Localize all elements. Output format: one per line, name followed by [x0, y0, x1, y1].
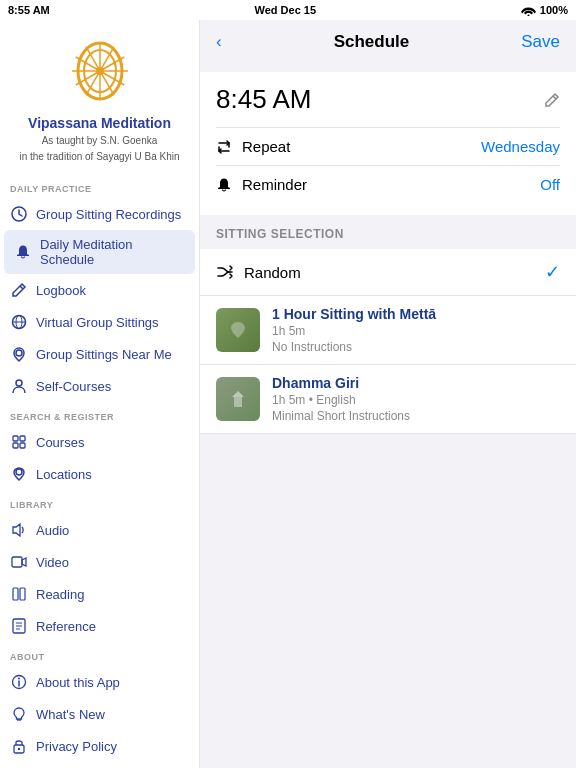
sidebar-item-group-sitting[interactable]: Group Sitting Recordings — [0, 198, 199, 230]
random-row[interactable]: Random ✓ — [200, 249, 576, 296]
time-display[interactable]: 8:45 AM — [216, 84, 311, 115]
sidebar-label-group-sitting: Group Sitting Recordings — [36, 207, 181, 222]
status-bar: 8:55 AM Wed Dec 15 100% — [0, 0, 576, 20]
sidebar-label-whats-new: What's New — [36, 707, 105, 722]
reminder-label: Reminder — [242, 176, 307, 193]
doc-icon — [10, 617, 28, 635]
speaker-icon — [10, 521, 28, 539]
sidebar-label-daily-meditation: Daily Meditation Schedule — [40, 237, 185, 267]
nav-bar: ‹ Schedule Save — [200, 20, 576, 64]
sitting-thumb-dhamma-giri — [216, 377, 260, 421]
nav-title: Schedule — [334, 32, 410, 52]
sidebar-label-privacy: Privacy Policy — [36, 739, 117, 754]
reminder-row[interactable]: Reminder Off — [216, 165, 560, 203]
save-button[interactable]: Save — [521, 32, 560, 52]
sitting-thumb-metta — [216, 308, 260, 352]
sidebar-label-self-courses: Self-Courses — [36, 379, 111, 394]
svg-rect-18 — [20, 436, 25, 441]
sitting-item-metta[interactable]: 1 Hour Sitting with Mettā 1h 5m No Instr… — [200, 296, 576, 365]
repeat-value: Wednesday — [481, 138, 560, 155]
sidebar-label-video: Video — [36, 555, 69, 570]
svg-rect-17 — [13, 436, 18, 441]
svg-rect-20 — [20, 443, 25, 448]
sitting-item-dhamma-giri[interactable]: Dhamma Giri 1h 5m • English Minimal Shor… — [200, 365, 576, 434]
reminder-value: Off — [540, 176, 560, 193]
repeat-label: Repeat — [242, 138, 290, 155]
wifi-icon — [521, 5, 536, 16]
sidebar-item-reference[interactable]: Reference — [0, 610, 199, 642]
lock-icon — [10, 737, 28, 755]
sidebar-label-courses: Courses — [36, 435, 84, 450]
sidebar-item-privacy[interactable]: Privacy Policy — [0, 730, 199, 762]
random-checkmark: ✓ — [545, 261, 560, 283]
location-icon — [10, 345, 28, 363]
sidebar-item-reading[interactable]: Reading — [0, 578, 199, 610]
random-left: Random — [216, 263, 301, 281]
sidebar-item-virtual-sittings[interactable]: Virtual Group Sittings — [0, 306, 199, 338]
sidebar-item-about-app[interactable]: About this App — [0, 666, 199, 698]
dharma-wheel-logo — [70, 36, 130, 106]
section-label-about: ABOUT — [0, 642, 199, 666]
sidebar-item-courses[interactable]: Courses — [0, 426, 199, 458]
app-subtitle1: As taught by S.N. Goenka — [10, 134, 189, 148]
repeat-row[interactable]: Repeat Wednesday — [216, 127, 560, 165]
sidebar-label-logbook: Logbook — [36, 283, 86, 298]
sidebar-label-audio: Audio — [36, 523, 69, 538]
svg-rect-19 — [13, 443, 18, 448]
svg-point-21 — [16, 469, 22, 475]
random-label: Random — [244, 264, 301, 281]
sidebar-label-about-app: About this App — [36, 675, 120, 690]
video-icon — [10, 553, 28, 571]
svg-point-36 — [18, 748, 20, 750]
sitting-meta1-metta: 1h 5m — [272, 324, 560, 338]
sidebar-item-audio[interactable]: Audio — [0, 514, 199, 546]
svg-line-40 — [553, 96, 556, 99]
grid-icon — [10, 433, 28, 451]
repeat-icon — [216, 139, 232, 155]
svg-point-16 — [16, 380, 22, 386]
bell-icon — [14, 243, 32, 261]
back-button[interactable]: ‹ — [216, 32, 222, 52]
svg-rect-26 — [20, 588, 25, 600]
sidebar-item-video[interactable]: Video — [0, 546, 199, 578]
section-label-search: SEARCH & REGISTER — [0, 402, 199, 426]
app-title: Vipassana Meditation — [10, 114, 189, 132]
bulb-icon — [10, 705, 28, 723]
sidebar-item-daily-meditation[interactable]: Daily Meditation Schedule — [4, 230, 195, 274]
repeat-left: Repeat — [216, 138, 290, 155]
svg-point-33 — [18, 678, 20, 680]
sitting-info-dhamma-giri: Dhamma Giri 1h 5m • English Minimal Shor… — [272, 375, 560, 423]
sitting-meta1-dhamma-giri: 1h 5m • English — [272, 393, 560, 407]
clock-icon — [10, 205, 28, 223]
section-label-library: LIBRARY — [0, 490, 199, 514]
sitting-meta2-metta: No Instructions — [272, 340, 560, 354]
time-edit-icon[interactable] — [544, 92, 560, 108]
sidebar-item-self-courses[interactable]: Self-Courses — [0, 370, 199, 402]
app-container: Vipassana Meditation As taught by S.N. G… — [0, 20, 576, 768]
sidebar-header: Vipassana Meditation As taught by S.N. G… — [0, 20, 199, 174]
svg-point-0 — [527, 14, 529, 16]
sidebar-item-locations[interactable]: Locations — [0, 458, 199, 490]
person-icon — [10, 377, 28, 395]
time-row: 8:45 AM — [216, 84, 560, 115]
sitting-title-metta: 1 Hour Sitting with Mettā — [272, 306, 560, 322]
shuffle-icon — [216, 263, 234, 281]
sidebar-item-whats-new[interactable]: What's New — [0, 698, 199, 730]
pin-icon — [10, 465, 28, 483]
sidebar-item-group-near[interactable]: Group Sittings Near Me — [0, 338, 199, 370]
main-content: ‹ Schedule Save 8:45 AM — [200, 20, 576, 768]
reminder-left: Reminder — [216, 176, 307, 193]
sidebar-item-logbook[interactable]: Logbook — [0, 274, 199, 306]
status-date: Wed Dec 15 — [255, 4, 317, 16]
svg-marker-42 — [232, 391, 244, 397]
globe-icon — [10, 313, 28, 331]
sidebar-item-contact[interactable]: Contact Us — [0, 762, 199, 768]
sitting-list: 1 Hour Sitting with Mettā 1h 5m No Instr… — [200, 296, 576, 434]
svg-marker-22 — [13, 524, 20, 536]
svg-point-15 — [16, 350, 22, 356]
sidebar: Vipassana Meditation As taught by S.N. G… — [0, 20, 200, 768]
sitting-selection-label: SITTING SELECTION — [200, 215, 576, 249]
sidebar-label-virtual-sittings: Virtual Group Sittings — [36, 315, 159, 330]
sitting-meta2-dhamma-giri: Minimal Short Instructions — [272, 409, 560, 423]
reminder-icon — [216, 177, 232, 193]
